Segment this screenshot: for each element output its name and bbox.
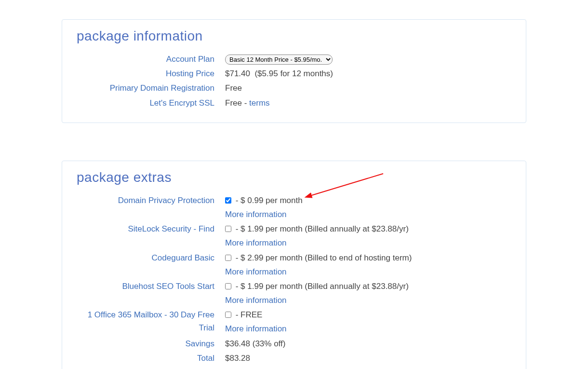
savings-value: $36.48 (33% off) xyxy=(225,337,511,350)
codeguard-label: Codeguard Basic xyxy=(77,251,225,264)
privacy-more-info-link[interactable]: More information xyxy=(225,208,511,221)
package-extras-panel: package extras Domain Privacy Protection… xyxy=(62,161,526,369)
codeguard-more-info-link[interactable]: More information xyxy=(225,265,511,278)
o365-price: - FREE xyxy=(233,310,262,319)
ssl-value: Free - xyxy=(225,98,249,108)
package-extras-title: package extras xyxy=(77,170,511,185)
savings-label: Savings xyxy=(77,337,225,350)
row-codeguard: Codeguard Basic - $ 2.99 per month (Bill… xyxy=(77,251,511,278)
o365-more-info-link[interactable]: More information xyxy=(225,322,511,335)
ssl-label: Let's Encrypt SSL xyxy=(77,96,225,109)
row-ssl: Let's Encrypt SSL Free - terms xyxy=(77,96,511,109)
row-o365: 1 Office 365 Mailbox - 30 Day Free Trial… xyxy=(77,308,511,335)
sitelock-label: SiteLock Security - Find xyxy=(77,222,225,235)
sitelock-checkbox[interactable] xyxy=(225,226,231,232)
ssl-terms-link[interactable]: terms xyxy=(249,98,270,108)
package-information-panel: package information Account Plan Basic 1… xyxy=(62,19,526,123)
o365-checkbox[interactable] xyxy=(225,312,231,318)
row-seo: Bluehost SEO Tools Start - $ 1.99 per mo… xyxy=(77,280,511,307)
seo-checkbox[interactable] xyxy=(225,283,231,289)
sitelock-more-info-link[interactable]: More information xyxy=(225,236,511,249)
hosting-price-note: ($5.95 for 12 months) xyxy=(254,69,333,78)
package-information-title: package information xyxy=(77,28,511,44)
row-savings: Savings $36.48 (33% off) xyxy=(77,337,511,350)
row-account-plan: Account Plan Basic 12 Month Price - $5.9… xyxy=(77,53,511,66)
account-plan-label: Account Plan xyxy=(77,53,225,66)
row-sitelock: SiteLock Security - Find - $ 1.99 per mo… xyxy=(77,222,511,249)
privacy-label: Domain Privacy Protection xyxy=(77,194,225,207)
domain-reg-label: Primary Domain Registration xyxy=(77,82,225,95)
codeguard-checkbox[interactable] xyxy=(225,255,231,261)
seo-price: - $ 1.99 per month (Billed annually at $… xyxy=(233,282,409,291)
o365-label: 1 Office 365 Mailbox - 30 Day Free Trial xyxy=(77,308,225,334)
sitelock-price: - $ 1.99 per month (Billed annually at $… xyxy=(233,224,409,233)
domain-reg-value: Free xyxy=(225,82,511,95)
row-privacy: Domain Privacy Protection - $ 0.99 per m… xyxy=(77,194,511,221)
total-label: Total xyxy=(77,352,225,365)
total-value: $83.28 xyxy=(225,352,511,365)
seo-more-info-link[interactable]: More information xyxy=(225,294,511,307)
row-total: Total $83.28 xyxy=(77,352,511,365)
privacy-price: - $ 0.99 per month xyxy=(233,196,303,205)
row-domain-reg: Primary Domain Registration Free xyxy=(77,82,511,95)
codeguard-price: - $ 2.99 per month (Billed to end of hos… xyxy=(233,253,412,262)
hosting-price-label: Hosting Price xyxy=(77,67,225,80)
row-hosting-price: Hosting Price $71.40 ($5.95 for 12 month… xyxy=(77,67,511,80)
privacy-checkbox[interactable] xyxy=(225,197,231,204)
hosting-price-value: $71.40 xyxy=(225,69,250,78)
account-plan-select[interactable]: Basic 12 Month Price - $5.95/mo. xyxy=(225,55,333,65)
seo-label: Bluehost SEO Tools Start xyxy=(77,280,225,293)
